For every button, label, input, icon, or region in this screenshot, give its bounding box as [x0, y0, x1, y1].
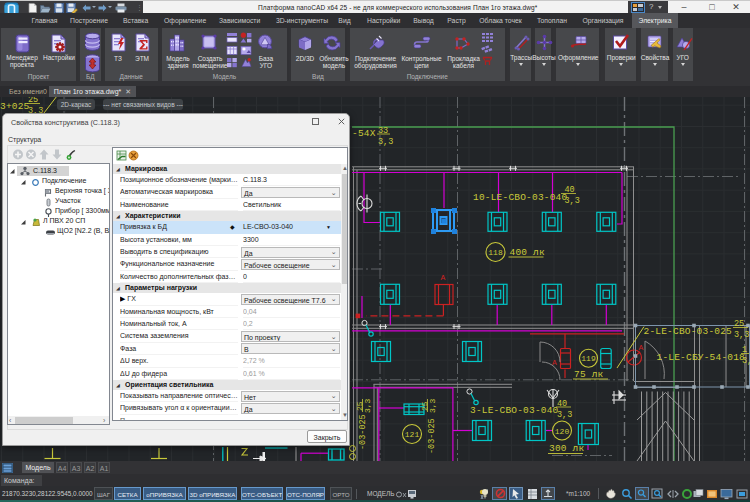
svg-text:3,3: 3,3 — [565, 196, 580, 206]
svg-text:121: 121 — [405, 430, 420, 439]
svg-text:3,3: 3,3 — [363, 398, 372, 413]
svg-text:3+025: 3+025 — [0, 101, 30, 112]
svg-text:А: А — [639, 343, 644, 352]
svg-text:-54Х: -54Х — [352, 128, 376, 139]
svg-text:3,3: 3,3 — [734, 330, 749, 340]
svg-text:3,: 3, — [742, 356, 750, 366]
svg-text:119: 119 — [581, 354, 596, 363]
svg-text:3-LE-СВО-03-040: 3-LE-СВО-03-040 — [470, 405, 559, 416]
svg-text:3,3: 3,3 — [378, 137, 393, 147]
svg-text:2-LE-СВО-03-025: 2-LE-СВО-03-025 — [644, 326, 733, 337]
svg-text:300 лк: 300 лк — [549, 443, 585, 454]
svg-text:118: 118 — [488, 248, 503, 257]
svg-text:-03-025: -03-025 — [358, 414, 368, 450]
svg-text:А: А — [441, 273, 446, 282]
svg-text:400 лк: 400 лк — [510, 247, 546, 258]
svg-text:75 лк: 75 лк — [574, 369, 604, 380]
svg-text:-03-025: -03-025 — [427, 418, 437, 454]
svg-text:3,3: 3,3 — [557, 410, 572, 420]
svg-text:3,3: 3,3 — [428, 398, 437, 413]
svg-text:1-LE-СБУ-54-018: 1-LE-СБУ-54-018 — [657, 352, 746, 363]
svg-text:120: 120 — [555, 427, 570, 436]
svg-text:10-LE-СВО-03-040: 10-LE-СВО-03-040 — [473, 192, 568, 203]
